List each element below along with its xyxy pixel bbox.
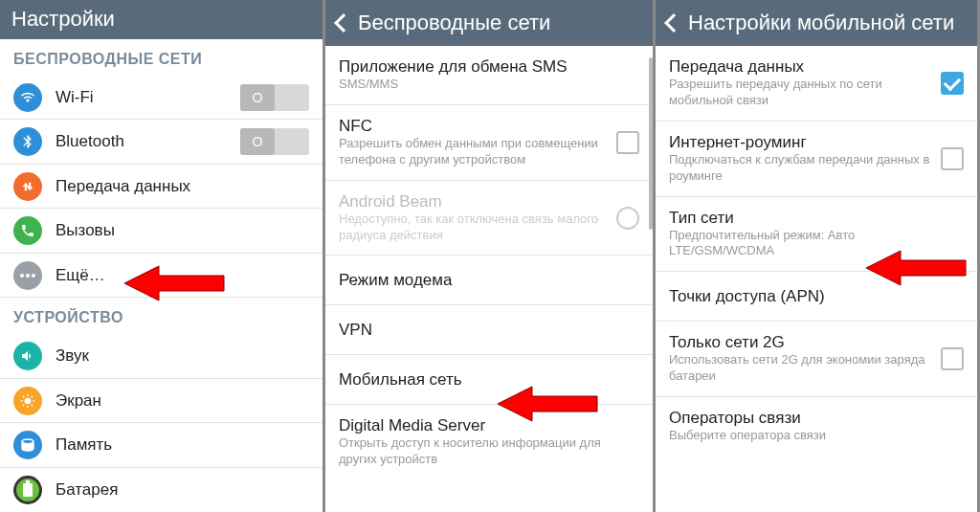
sound-icon bbox=[13, 342, 42, 370]
data-label: Передача данных bbox=[56, 177, 190, 196]
mobile-data-item[interactable]: Передача данных Разрешить передачу данны… bbox=[656, 46, 977, 122]
operators-item[interactable]: Операторы связи Выберите оператора связи bbox=[656, 397, 977, 456]
tether-item[interactable]: Режим модема bbox=[325, 256, 653, 305]
more-item[interactable]: Ещё… bbox=[0, 254, 323, 299]
apn-title: Точки доступа (APN) bbox=[669, 287, 825, 306]
panel2-header[interactable]: Беспроводные сети bbox=[325, 0, 653, 46]
beam-item: Android Beam Недоступно, так как отключе… bbox=[325, 181, 653, 256]
sound-label: Звук bbox=[56, 346, 89, 366]
only2g-checkbox[interactable] bbox=[941, 347, 964, 370]
calls-label: Вызовы bbox=[56, 221, 115, 240]
bluetooth-toggle[interactable]: O bbox=[240, 128, 309, 155]
brightness-icon bbox=[13, 387, 42, 415]
nfc-checkbox[interactable] bbox=[616, 131, 639, 154]
beam-radio bbox=[616, 207, 639, 230]
sms-title: Приложение для обмена SMS bbox=[339, 57, 639, 77]
back-icon bbox=[664, 13, 683, 33]
nettype-title: Тип сети bbox=[669, 209, 964, 228]
battery-icon bbox=[13, 476, 42, 504]
nfc-item[interactable]: NFC Разрешить обмен данными при совмещен… bbox=[325, 105, 653, 181]
wifi-item[interactable]: Wi-Fi O bbox=[0, 76, 323, 121]
tether-title: Режим модема bbox=[339, 271, 452, 290]
nettype-sub: Предпочтительный режим: Авто LTE/GSM/WCD… bbox=[669, 228, 964, 260]
svg-line-7 bbox=[32, 404, 33, 405]
mobile-network-item[interactable]: Мобильная сеть bbox=[325, 355, 653, 405]
battery-item[interactable]: Батарея bbox=[0, 468, 323, 512]
sms-sub: SMS/MMS bbox=[339, 77, 639, 93]
only2g-item[interactable]: Только сети 2G Использовать сети 2G для … bbox=[656, 322, 977, 397]
wifi-toggle[interactable]: O bbox=[240, 84, 309, 111]
panel3-header[interactable]: Настройки мобильной сети bbox=[656, 0, 977, 46]
settings-panel: Настройки БЕСПРОВОДНЫЕ СЕТИ Wi-Fi O Blue… bbox=[0, 0, 325, 512]
bluetooth-label: Bluetooth bbox=[56, 132, 124, 151]
nfc-sub: Разрешить обмен данными при совмещении т… bbox=[339, 136, 609, 168]
wifi-label: Wi-Fi bbox=[56, 88, 94, 107]
device-section-header: УСТРОЙСТВО bbox=[0, 298, 323, 334]
svg-point-2 bbox=[32, 274, 35, 278]
dms-sub: Открыть доступ к носителю информации для… bbox=[339, 435, 639, 468]
storage-item[interactable]: Память bbox=[0, 423, 323, 468]
beam-sub: Недоступно, так как отключена связь мало… bbox=[339, 211, 609, 244]
storage-icon bbox=[13, 431, 42, 459]
svg-line-6 bbox=[23, 395, 24, 396]
bluetooth-icon bbox=[13, 127, 42, 156]
wireless-section-header: БЕСПРОВОДНЫЕ СЕТИ bbox=[0, 39, 323, 76]
panel2-title: Беспроводные сети bbox=[358, 11, 550, 35]
battery-label: Батарея bbox=[56, 480, 118, 500]
beam-title: Android Beam bbox=[339, 192, 609, 211]
wireless-panel: Беспроводные сети Приложение для обмена … bbox=[325, 0, 656, 512]
sound-item[interactable]: Звук bbox=[0, 334, 323, 379]
storage-label: Память bbox=[56, 435, 112, 455]
display-item[interactable]: Экран bbox=[0, 379, 323, 424]
only2g-title: Только сети 2G bbox=[669, 333, 933, 352]
panel1-header: Настройки bbox=[0, 0, 323, 39]
only2g-sub: Использовать сети 2G для экономии заряда… bbox=[669, 352, 933, 385]
mobile-data-sub: Разрешить передачу данных по сети мобиль… bbox=[669, 77, 933, 109]
wifi-icon bbox=[13, 83, 42, 112]
vpn-item[interactable]: VPN bbox=[325, 305, 653, 355]
mobile-data-title: Передача данных bbox=[669, 57, 933, 77]
mobile-network-panel: Настройки мобильной сети Передача данных… bbox=[656, 0, 980, 512]
svg-point-1 bbox=[26, 274, 30, 278]
back-icon bbox=[334, 13, 353, 33]
calls-item[interactable]: Вызовы bbox=[0, 209, 323, 254]
display-label: Экран bbox=[56, 391, 101, 411]
toggle-knob: O bbox=[240, 128, 275, 155]
roaming-item[interactable]: Интернет-роуминг Подключаться к службам … bbox=[656, 122, 977, 197]
mobile-data-checkbox[interactable] bbox=[941, 72, 964, 95]
svg-point-3 bbox=[25, 397, 32, 404]
vpn-title: VPN bbox=[339, 321, 372, 340]
nfc-title: NFC bbox=[339, 117, 609, 136]
more-label: Ещё… bbox=[56, 266, 105, 285]
scrollbar[interactable] bbox=[649, 57, 653, 230]
apn-item[interactable]: Точки доступа (APN) bbox=[656, 272, 977, 322]
data-item[interactable]: Передача данных bbox=[0, 165, 323, 210]
panel3-title: Настройки мобильной сети bbox=[688, 11, 954, 35]
dms-title: Digital Media Server bbox=[339, 416, 639, 435]
toggle-knob: O bbox=[240, 84, 275, 111]
svg-line-11 bbox=[32, 395, 33, 396]
more-icon bbox=[13, 261, 42, 290]
sms-item[interactable]: Приложение для обмена SMS SMS/MMS bbox=[325, 46, 653, 105]
dms-item[interactable]: Digital Media Server Открыть доступ к но… bbox=[325, 405, 653, 479]
svg-line-10 bbox=[23, 404, 24, 405]
data-icon bbox=[13, 172, 42, 201]
bluetooth-item[interactable]: Bluetooth O bbox=[0, 120, 323, 165]
svg-point-0 bbox=[20, 274, 24, 278]
operators-sub: Выберите оператора связи bbox=[669, 428, 964, 444]
operators-title: Операторы связи bbox=[669, 409, 964, 428]
phone-icon bbox=[13, 216, 42, 245]
panel1-title: Настройки bbox=[11, 7, 115, 32]
roaming-checkbox[interactable] bbox=[941, 147, 964, 170]
roaming-title: Интернет-роуминг bbox=[669, 133, 933, 152]
network-type-item[interactable]: Тип сети Предпочтительный режим: Авто LT… bbox=[656, 197, 977, 273]
mobile-title: Мобильная сеть bbox=[339, 370, 462, 390]
roaming-sub: Подключаться к службам передачи данных в… bbox=[669, 152, 933, 185]
